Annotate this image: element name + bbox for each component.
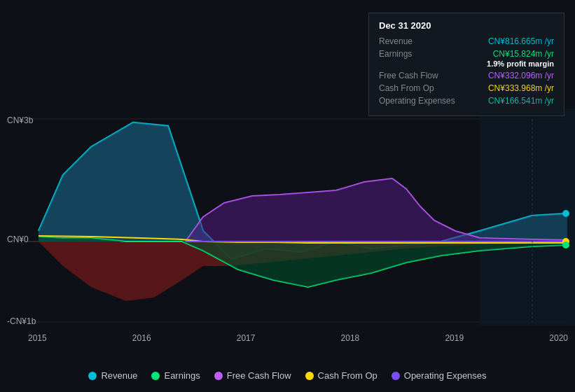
legend-item-cashop[interactable]: Cash From Op: [305, 370, 377, 381]
legend-label-cashop: Cash From Op: [318, 370, 377, 381]
legend-item-fcf[interactable]: Free Cash Flow: [214, 370, 291, 381]
tooltip-label-opex: Operating Expenses: [379, 96, 456, 106]
tooltip-label-cashop: Cash From Op: [379, 83, 456, 93]
y-label-top: CN¥3b: [7, 115, 33, 125]
legend-item-revenue[interactable]: Revenue: [88, 370, 137, 381]
legend-label-earnings: Earnings: [164, 370, 200, 381]
y-label-bot: -CN¥1b: [7, 316, 36, 326]
x-labels: 2015 2016 2017 2018 2019 2020: [28, 333, 568, 343]
tooltip-label-earnings: Earnings: [379, 49, 456, 59]
x-label-2018: 2018: [341, 333, 360, 343]
tooltip-value-revenue: CN¥816.665m /yr: [488, 36, 554, 46]
tooltip-row-earnings: Earnings CN¥15.824m /yr 1.9% profit marg…: [379, 49, 554, 68]
x-label-2019: 2019: [445, 333, 464, 343]
svg-point-8: [562, 241, 569, 248]
tooltip-value-earnings: CN¥15.824m /yr: [487, 49, 554, 59]
legend-label-fcf: Free Cash Flow: [227, 370, 291, 381]
legend-dot-opex: [392, 372, 400, 380]
tooltip-sub-earnings: 1.9% profit margin: [487, 59, 554, 68]
legend-dot-earnings: [151, 372, 160, 380]
tooltip-row-opex: Operating Expenses CN¥166.541m /yr: [379, 96, 554, 106]
legend-label-revenue: Revenue: [101, 370, 137, 381]
legend-dot-cashop: [305, 372, 314, 380]
tooltip-row-fcf: Free Cash Flow CN¥332.096m /yr: [379, 71, 554, 80]
legend: Revenue Earnings Free Cash Flow Cash Fro…: [0, 370, 575, 381]
tooltip-value-cashop: CN¥333.968m /yr: [488, 83, 554, 93]
tooltip-value-fcf: CN¥332.096m /yr: [488, 71, 554, 80]
tooltip-value-opex: CN¥166.541m /yr: [488, 96, 554, 106]
y-label-mid: CN¥0: [7, 234, 29, 244]
x-label-2015: 2015: [28, 333, 47, 343]
legend-dot-fcf: [214, 372, 223, 380]
legend-label-opex: Operating Expenses: [404, 370, 487, 381]
x-label-2020: 2020: [549, 333, 568, 343]
tooltip-label-fcf: Free Cash Flow: [379, 71, 456, 80]
tooltip-row-cashop: Cash From Op CN¥333.968m /yr: [379, 83, 554, 93]
legend-item-opex[interactable]: Operating Expenses: [392, 370, 487, 381]
tooltip-title: Dec 31 2020: [379, 20, 554, 31]
x-label-2016: 2016: [132, 333, 151, 343]
chart-container: Dec 31 2020 Revenue CN¥816.665m /yr Earn…: [0, 0, 575, 392]
legend-item-earnings[interactable]: Earnings: [151, 370, 200, 381]
tooltip-label-revenue: Revenue: [379, 36, 456, 46]
legend-dot-revenue: [88, 372, 97, 380]
x-label-2017: 2017: [237, 333, 256, 343]
tooltip-row-revenue: Revenue CN¥816.665m /yr: [379, 36, 554, 46]
svg-point-6: [562, 210, 569, 217]
tooltip-box: Dec 31 2020 Revenue CN¥816.665m /yr Earn…: [368, 13, 564, 116]
